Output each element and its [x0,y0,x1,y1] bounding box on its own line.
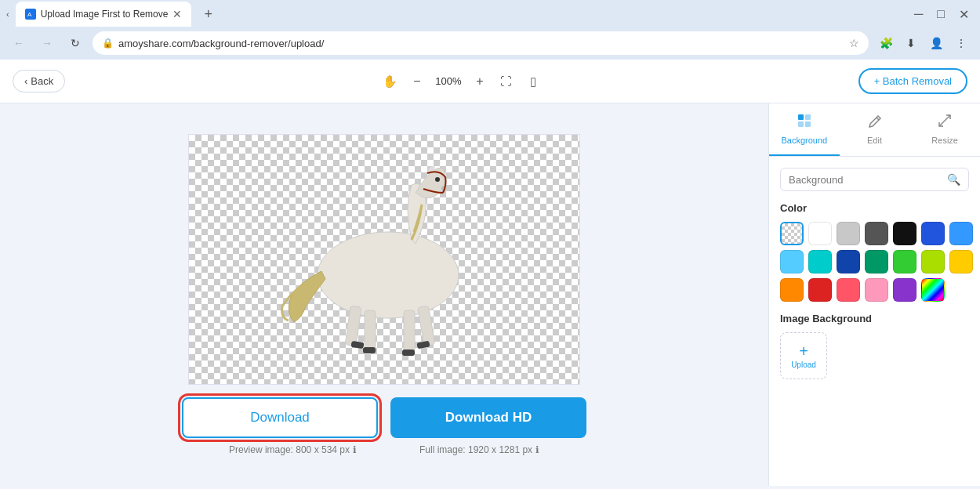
preview-info-icon[interactable]: ℹ [353,444,357,455]
zoom-value: 100% [433,75,464,87]
right-sidebar: Background Edit [768,103,980,486]
svg-point-3 [435,177,440,182]
color-section-title: Color [780,202,969,214]
color-swatch-blue2[interactable] [780,250,804,273]
url-text: amoyshare.com/background-remover/upload/ [118,38,844,49]
background-search-input[interactable] [789,174,942,186]
browser-forward-button[interactable]: → [36,32,58,54]
download-browser-button[interactable]: ⬇ [900,32,922,54]
background-tab-label: Background [781,136,827,145]
color-swatch-darkgray[interactable] [865,222,888,245]
tab-close-button[interactable]: ✕ [172,9,182,20]
svg-rect-11 [345,306,361,346]
extensions-button[interactable]: 🧩 [875,32,897,54]
svg-rect-10 [363,347,376,353]
new-tab-button[interactable]: + [198,3,219,26]
batch-label: + Batch Removal [874,75,952,87]
color-swatch-red[interactable] [808,278,832,302]
full-info: Full image: 1920 x 1281 px ℹ [419,444,539,455]
fullscreen-button[interactable]: ⛶ [495,71,517,92]
tab-title: Upload Image First to Remove [41,9,169,20]
color-swatch-black[interactable] [893,222,916,245]
tab[interactable]: A Upload Image First to Remove ✕ [16,2,192,27]
color-swatch-coral[interactable] [837,278,860,302]
svg-rect-9 [365,310,376,351]
image-canvas [188,134,580,385]
color-swatch-teal[interactable] [865,250,888,273]
image-bg-section-title: Image Background [780,313,969,324]
download-hd-button[interactable]: Download HD [390,397,586,438]
svg-rect-5 [404,310,415,353]
zoom-out-button[interactable]: − [406,71,428,92]
color-swatch-rainbow[interactable] [921,278,945,302]
tab-edit[interactable]: Edit [840,103,910,156]
edit-tab-icon [867,113,883,132]
tab-favicon: A [25,9,36,20]
pan-tool-button[interactable]: ✋ [379,71,401,92]
svg-point-2 [318,232,459,318]
color-grid [780,222,969,302]
download-section: Download Download HD Preview image: 800 … [182,397,586,455]
color-swatch-darkblue2[interactable] [921,222,945,245]
color-swatch-pink[interactable] [865,278,888,302]
svg-rect-7 [418,306,435,346]
split-view-button[interactable]: ▯ [522,71,544,92]
svg-rect-16 [805,121,811,127]
svg-rect-13 [798,114,804,120]
maximize-button[interactable]: □ [932,5,949,23]
svg-rect-14 [805,114,811,120]
preview-info: Preview image: 800 x 534 px ℹ [229,444,357,455]
color-swatch-yellowgreen[interactable] [921,250,945,273]
address-bar[interactable]: 🔒 amoyshare.com/background-remover/uploa… [93,31,869,55]
upload-plus-icon: + [799,343,808,359]
color-swatch-cyan[interactable] [808,250,832,273]
bookmark-icon[interactable]: ☆ [849,37,859,49]
download-button[interactable]: Download [182,397,378,438]
sidebar-tabs: Background Edit [769,103,980,157]
color-swatch-transparent[interactable] [780,222,804,245]
edit-tab-label: Edit [867,136,882,145]
svg-rect-15 [798,121,804,127]
color-swatch-lightgray[interactable] [837,222,860,245]
zoom-in-button[interactable]: + [469,71,491,92]
sidebar-content: 🔍 Color [769,157,980,486]
lock-icon: 🔒 [102,38,114,49]
horse-image [251,150,517,369]
browser-back-button[interactable]: ← [8,32,30,54]
tab-resize[interactable]: Resize [909,103,980,156]
canvas-area: Download Download HD Preview image: 800 … [0,103,768,486]
color-swatch-blue1[interactable] [949,222,973,245]
color-swatch-orange[interactable] [780,278,804,302]
upload-label: Upload [791,360,816,369]
close-button[interactable]: ✕ [954,5,974,24]
back-chevron-icon: ‹ [24,75,27,87]
batch-removal-button[interactable]: + Batch Removal [858,68,967,94]
back-label: Back [31,75,53,87]
svg-rect-12 [351,341,365,349]
color-swatch-yellow[interactable] [949,250,973,273]
svg-rect-6 [402,350,415,356]
color-swatch-purple[interactable] [893,278,916,302]
color-swatch-navy[interactable] [837,250,860,273]
menu-button[interactable]: ⋮ [950,32,972,54]
resize-tab-label: Resize [931,136,958,145]
back-button[interactable]: ‹ Back [13,70,65,92]
nav-back-arrow[interactable]: ‹ [6,9,9,19]
browser-refresh-button[interactable]: ↻ [64,32,86,54]
svg-rect-8 [416,341,430,350]
background-tab-icon [797,113,812,132]
svg-text:A: A [27,11,32,18]
color-swatch-green[interactable] [893,250,916,273]
minimize-button[interactable]: ─ [909,5,927,23]
color-swatch-white[interactable] [808,222,832,245]
upload-image-bg-button[interactable]: + Upload [780,332,827,379]
search-icon: 🔍 [947,173,960,186]
background-search-box[interactable]: 🔍 [780,168,969,191]
tab-background[interactable]: Background [769,103,840,156]
full-info-icon[interactable]: ℹ [535,444,539,455]
resize-tab-icon [937,113,953,132]
profile-button[interactable]: 👤 [925,32,947,54]
